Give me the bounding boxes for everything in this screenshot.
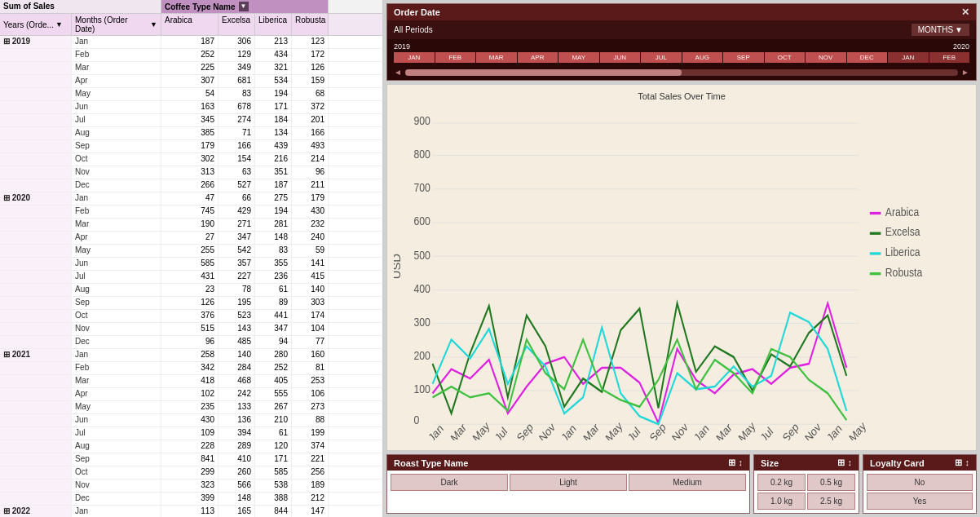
- coffee-filter-icon[interactable]: ▼: [239, 2, 249, 11]
- roast-title: Roast Type Name: [394, 458, 469, 468]
- svg-text:900: 900: [413, 114, 430, 127]
- timeline-month-item[interactable]: JUL: [641, 52, 682, 63]
- table-row: Feb34228425281: [0, 362, 382, 375]
- table-row: Apr102242555106: [0, 388, 382, 401]
- order-date-widget: Order Date ✕ All Periods MONTHS ▼ 2019 2…: [386, 3, 977, 81]
- scroll-right-icon[interactable]: ►: [961, 68, 969, 77]
- scroll-left-icon[interactable]: ◄: [394, 68, 402, 77]
- svg-text:May: May: [603, 419, 625, 440]
- roast-filter-icon[interactable]: ⊞: [728, 457, 735, 468]
- timeline-month-item[interactable]: JUN: [600, 52, 641, 63]
- timeline-month-item[interactable]: FEB: [435, 52, 476, 63]
- table-row: Sep12619589303: [0, 297, 382, 310]
- table-row: Nov3136335196: [0, 166, 382, 179]
- timeline-month-item[interactable]: APR: [518, 52, 558, 63]
- order-date-controls: All Periods MONTHS ▼: [387, 20, 976, 39]
- table-row: Mar190271281232: [0, 219, 382, 232]
- table-row: Sep841410171221: [0, 453, 382, 466]
- svg-text:200: 200: [413, 349, 430, 362]
- size-button[interactable]: 0.2 kg: [757, 474, 806, 491]
- table-row: Jun163678171372: [0, 101, 382, 114]
- svg-text:USD: USD: [394, 254, 403, 280]
- svg-text:500: 500: [413, 248, 430, 261]
- table-row: Feb745429194430: [0, 205, 382, 219]
- timeline-months[interactable]: JANFEBMARAPRMAYJUNJULAUGSEPOCTNOVDECJANF…: [394, 52, 969, 63]
- table-row: Jul431227236415: [0, 271, 382, 284]
- table-row: Sep179166439493: [0, 140, 382, 153]
- bottom-widgets: Roast Type Name ⊞ ↕ DarkLightMedium Size…: [386, 454, 977, 514]
- svg-text:Arabica: Arabica: [885, 205, 920, 219]
- table-row: Apr27347148240: [0, 232, 382, 245]
- svg-text:Excelsa: Excelsa: [885, 225, 920, 238]
- year-2019: 2019: [394, 42, 410, 51]
- months-button[interactable]: MONTHS ▼: [912, 24, 969, 36]
- svg-text:700: 700: [413, 181, 430, 194]
- svg-text:Jul: Jul: [625, 425, 642, 440]
- table-row: ⊞ 2022Jan113165844147: [0, 506, 382, 517]
- loyalty-button[interactable]: Yes: [867, 493, 973, 510]
- svg-text:Sep: Sep: [780, 420, 801, 440]
- size-button[interactable]: 2.5 kg: [807, 493, 855, 510]
- svg-text:Robusta: Robusta: [885, 266, 923, 279]
- months-subheader: Months (Order Date) ▼: [72, 14, 161, 35]
- loyalty-sort-icon[interactable]: ↕: [965, 457, 970, 468]
- timeline-month-item[interactable]: MAY: [558, 52, 599, 63]
- timeline-month-item[interactable]: DEC: [847, 52, 888, 63]
- roast-type-button[interactable]: Dark: [391, 474, 508, 491]
- months-filter-icon[interactable]: ▼: [150, 20, 157, 29]
- svg-text:0: 0: [413, 413, 419, 426]
- timeline-years: 2019 2020: [394, 42, 969, 51]
- timeline-month-item[interactable]: OCT: [765, 52, 806, 63]
- timeline-month-item[interactable]: MAR: [476, 52, 517, 63]
- svg-text:Nov: Nov: [537, 420, 558, 440]
- all-periods-label: All Periods: [394, 25, 433, 34]
- years-filter-icon[interactable]: ▼: [55, 20, 63, 29]
- roast-type-button[interactable]: Light: [510, 474, 627, 491]
- timeline-month-item[interactable]: NOV: [806, 52, 846, 63]
- svg-text:Mar: Mar: [448, 421, 469, 440]
- scrollbar-track[interactable]: [405, 69, 958, 76]
- sum-of-sales-header: Sum of Sales: [0, 0, 161, 13]
- table-row: Aug237861140: [0, 284, 382, 297]
- loyalty-buttons: NoYes: [863, 471, 976, 513]
- table-row: Jul345274184201: [0, 114, 382, 127]
- svg-text:Jul: Jul: [492, 425, 510, 440]
- order-date-close-icon[interactable]: ✕: [961, 7, 969, 18]
- excelsa-subheader: Excelsa: [219, 14, 255, 35]
- table-row: ⊞ 2020Jan4766275179: [0, 192, 382, 205]
- size-buttons: 0.2 kg0.5 kg1.0 kg2.5 kg: [754, 471, 859, 513]
- size-button[interactable]: 0.5 kg: [807, 474, 855, 491]
- table-row: ⊞ 2021Jan258140280160: [0, 349, 382, 362]
- table-row: ⊞ 2019Jan187306213123: [0, 36, 382, 49]
- roast-sort-icon[interactable]: ↕: [739, 457, 744, 468]
- svg-text:May: May: [847, 419, 868, 440]
- timeline-month-item[interactable]: SEP: [723, 52, 764, 63]
- svg-text:Liberica: Liberica: [885, 245, 920, 258]
- table-row: Oct299260585256: [0, 466, 382, 479]
- spreadsheet-panel: Sum of Sales Coffee Type Name ▼ Years (O…: [0, 0, 383, 517]
- years-subheader: Years (Orde... ▼: [0, 14, 72, 35]
- order-date-timeline: 2019 2020 JANFEBMARAPRMAYJUNJULAUGSEPOCT…: [387, 39, 976, 66]
- svg-text:800: 800: [413, 148, 430, 161]
- table-row: Nov515143347104: [0, 323, 382, 336]
- loyalty-button[interactable]: No: [867, 474, 973, 491]
- timeline-scrollbar: ◄ ►: [387, 66, 976, 80]
- table-row: Jun43013621088: [0, 414, 382, 427]
- table-row: Dec266527187211: [0, 179, 382, 192]
- size-sort-icon[interactable]: ↕: [848, 457, 853, 468]
- timeline-month-item[interactable]: FEB: [929, 52, 970, 63]
- timeline-month-item[interactable]: JAN: [394, 52, 435, 63]
- loyalty-filter-icon[interactable]: ⊞: [955, 457, 962, 468]
- svg-text:100: 100: [413, 382, 430, 395]
- table-row: May235133267273: [0, 401, 382, 414]
- roast-buttons: DarkLightMedium: [387, 471, 749, 494]
- size-button[interactable]: 1.0 kg: [757, 493, 806, 510]
- table-row: Oct376523441174: [0, 310, 382, 323]
- timeline-month-item[interactable]: AUG: [682, 52, 723, 63]
- timeline-month-item[interactable]: JAN: [888, 52, 929, 63]
- svg-rect-49: [870, 252, 881, 254]
- svg-text:Jul: Jul: [758, 425, 775, 440]
- svg-text:Sep: Sep: [515, 420, 536, 440]
- size-filter-icon[interactable]: ⊞: [837, 457, 845, 468]
- roast-type-button[interactable]: Medium: [629, 474, 746, 491]
